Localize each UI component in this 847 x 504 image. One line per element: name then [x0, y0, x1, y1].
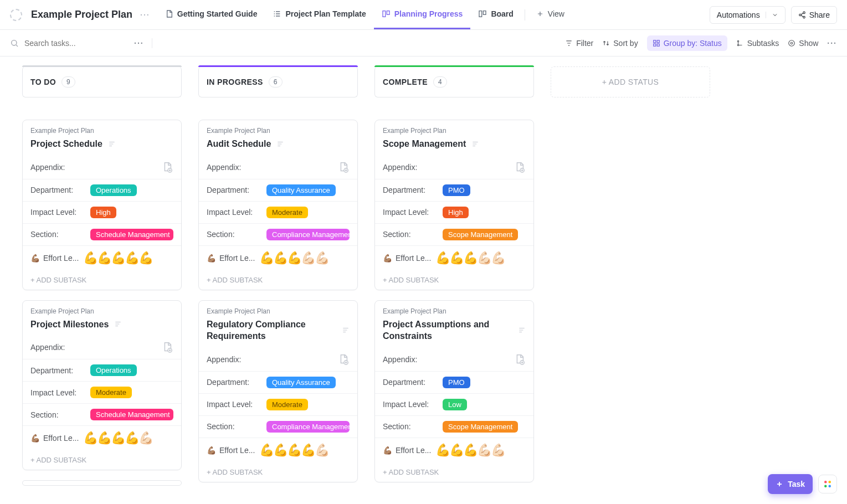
task-card[interactable]: Example Project PlanProject ScheduleAppe…: [22, 120, 182, 290]
field-department[interactable]: Department:PMO: [375, 371, 533, 393]
sort-button[interactable]: Sort by: [602, 39, 638, 48]
task-card[interactable]: Example Project PlanAudit ScheduleAppend…: [198, 120, 358, 290]
add-status-button[interactable]: + ADD STATUS: [551, 66, 710, 97]
page-title[interactable]: Example Project Plan: [31, 9, 132, 20]
field-department[interactable]: Department:Quality Assurance: [199, 371, 357, 393]
field-department[interactable]: Department:Operations: [23, 359, 181, 381]
attach-doc-icon[interactable]: [514, 353, 526, 366]
tab-planning-progress[interactable]: Planning Progress: [374, 0, 471, 29]
field-appendix[interactable]: Appendix:: [375, 348, 533, 371]
description-icon[interactable]: [114, 320, 122, 328]
card-crumb[interactable]: Example Project Plan: [207, 307, 350, 315]
impact-tag[interactable]: Moderate: [266, 207, 308, 218]
card-crumb[interactable]: Example Project Plan: [30, 127, 173, 135]
department-tag[interactable]: Quality Assurance: [266, 377, 336, 388]
card-title[interactable]: Regulatory Compliance Requirements: [207, 318, 350, 342]
description-icon[interactable]: [518, 326, 526, 334]
section-tag[interactable]: Schedule Management: [90, 409, 173, 420]
effort-value[interactable]: 💪💪💪💪🏻💪🏻: [259, 251, 328, 265]
apps-button[interactable]: [818, 475, 837, 493]
department-tag[interactable]: Quality Assurance: [266, 184, 336, 196]
section-tag[interactable]: Scope Management: [443, 421, 518, 433]
impact-tag[interactable]: High: [90, 207, 116, 218]
attach-doc-icon[interactable]: [337, 353, 350, 366]
card-title[interactable]: Audit Schedule: [207, 138, 350, 150]
field-section[interactable]: Section:Compliance Management: [199, 223, 357, 245]
impact-tag[interactable]: Moderate: [90, 387, 132, 398]
section-tag[interactable]: Compliance Management: [266, 421, 350, 433]
description-icon[interactable]: [342, 326, 350, 334]
department-tag[interactable]: PMO: [443, 184, 470, 196]
description-icon[interactable]: [108, 140, 116, 148]
field-appendix[interactable]: Appendix:: [23, 156, 181, 179]
task-card[interactable]: Example Project PlanProject MilestonesAp…: [22, 300, 182, 471]
task-card[interactable]: Example Project PlanProject Assumptions …: [374, 300, 534, 482]
department-tag[interactable]: PMO: [443, 377, 470, 388]
field-department[interactable]: Department:Quality Assurance: [199, 179, 357, 201]
effort-value[interactable]: 💪💪💪💪💪🏻: [259, 443, 328, 457]
impact-tag[interactable]: High: [443, 207, 469, 218]
group-by-button[interactable]: Group by: Status: [647, 35, 727, 51]
field-appendix[interactable]: Appendix:: [23, 336, 181, 359]
department-tag[interactable]: Operations: [90, 184, 137, 196]
add-subtask-button[interactable]: + ADD SUBTASK: [199, 270, 357, 290]
card-crumb[interactable]: Example Project Plan: [30, 307, 173, 315]
attach-doc-icon[interactable]: [337, 161, 350, 173]
field-impact[interactable]: Impact Level:High: [23, 201, 181, 223]
column-header[interactable]: COMPLETE4: [374, 66, 534, 97]
field-section[interactable]: Section:Scope Management: [375, 415, 533, 438]
search-box[interactable]: [10, 38, 126, 48]
field-effort[interactable]: 💪🏽Effort Le...💪💪💪💪💪🏻: [199, 438, 357, 462]
automations-button[interactable]: Automations: [710, 6, 786, 24]
effort-value[interactable]: 💪💪💪💪💪🏻: [83, 431, 152, 445]
field-impact[interactable]: Impact Level:Low: [375, 393, 533, 415]
field-section[interactable]: Section:Scope Management: [375, 223, 533, 245]
card-title[interactable]: Scope Management: [383, 138, 526, 150]
card-title[interactable]: Project Assumptions and Constraints: [383, 318, 526, 342]
effort-value[interactable]: 💪💪💪💪🏻💪🏻: [435, 443, 505, 457]
field-appendix[interactable]: Appendix:: [375, 156, 533, 179]
field-department[interactable]: Department:PMO: [375, 179, 533, 201]
effort-value[interactable]: 💪💪💪💪🏻💪🏻: [435, 251, 505, 265]
card-title[interactable]: Project Milestones: [30, 318, 173, 331]
tab-add-view[interactable]: View: [528, 0, 572, 29]
attach-doc-icon[interactable]: [161, 161, 173, 173]
search-more-button[interactable]: ···: [134, 39, 144, 48]
task-card[interactable]: Example Project PlanScope ManagementAppe…: [374, 120, 534, 290]
card-crumb[interactable]: Example Project Plan: [207, 127, 350, 135]
card-title[interactable]: Project Schedule: [30, 138, 173, 150]
title-more-button[interactable]: ···: [140, 11, 150, 19]
field-effort[interactable]: 💪🏽Effort Le...💪💪💪💪🏻💪🏻: [375, 245, 533, 270]
show-button[interactable]: Show: [788, 39, 818, 48]
tab-board[interactable]: Board: [470, 0, 521, 29]
list-color-icon[interactable]: [10, 9, 22, 21]
add-subtask-button[interactable]: + ADD SUBTASK: [23, 270, 181, 290]
field-impact[interactable]: Impact Level:Moderate: [199, 393, 357, 415]
field-effort[interactable]: 💪🏽Effort Le...💪💪💪💪💪: [23, 245, 181, 270]
card-crumb[interactable]: Example Project Plan: [383, 127, 526, 135]
field-effort[interactable]: 💪🏽Effort Le...💪💪💪💪🏻💪🏻: [375, 438, 533, 462]
add-subtask-button[interactable]: + ADD SUBTASK: [375, 462, 533, 482]
field-appendix[interactable]: Appendix:: [199, 348, 357, 371]
field-effort[interactable]: 💪🏽Effort Le...💪💪💪💪🏻💪🏻: [199, 245, 357, 270]
tab-project-plan-template[interactable]: Project Plan Template: [265, 0, 373, 29]
field-section[interactable]: Section:Schedule Management: [23, 223, 181, 245]
subtasks-button[interactable]: Subtasks: [736, 39, 779, 48]
new-task-button[interactable]: Task: [768, 474, 813, 494]
card-crumb[interactable]: Example Project Plan: [383, 307, 526, 315]
toolbar-more-button[interactable]: ···: [827, 39, 837, 48]
add-subtask-button[interactable]: + ADD SUBTASK: [199, 462, 357, 482]
section-tag[interactable]: Schedule Management: [90, 229, 173, 240]
tab-getting-started-guide[interactable]: Getting Started Guide: [157, 0, 265, 29]
impact-tag[interactable]: Moderate: [266, 399, 308, 410]
add-subtask-button[interactable]: + ADD SUBTASK: [23, 450, 181, 470]
department-tag[interactable]: Operations: [90, 364, 137, 376]
column-header[interactable]: TO DO9: [22, 66, 182, 97]
field-department[interactable]: Department:Operations: [23, 179, 181, 201]
field-section[interactable]: Section:Schedule Management: [23, 403, 181, 425]
add-subtask-button[interactable]: + ADD SUBTASK: [375, 270, 533, 290]
field-impact[interactable]: Impact Level:Moderate: [199, 201, 357, 223]
description-icon[interactable]: [276, 140, 284, 148]
share-button[interactable]: Share: [791, 6, 837, 24]
filter-button[interactable]: Filter: [565, 39, 593, 48]
